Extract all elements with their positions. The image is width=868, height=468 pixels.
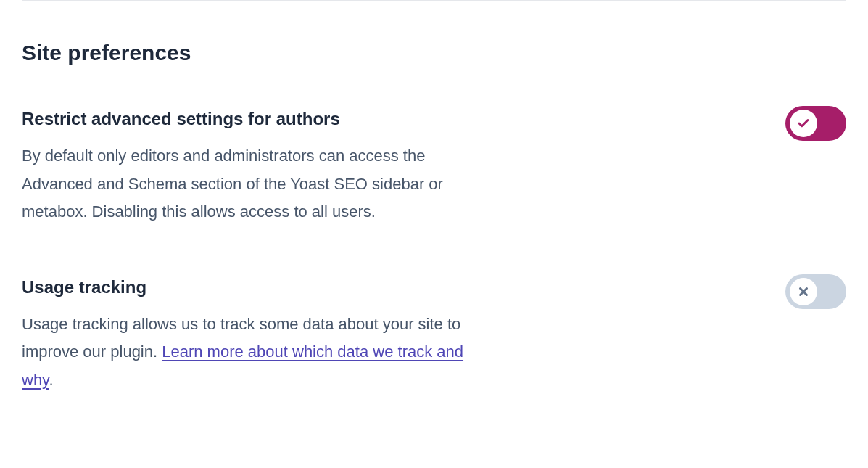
setting-restrict-advanced: Restrict advanced settings for authors B…	[22, 109, 846, 226]
section-divider	[22, 0, 846, 1]
description-suffix: .	[49, 371, 54, 389]
setting-usage-tracking: Usage tracking Usage tracking allows us …	[22, 277, 846, 395]
toggle-restrict-advanced[interactable]	[785, 106, 846, 141]
setting-title: Usage tracking	[22, 277, 479, 297]
setting-title: Restrict advanced settings for authors	[22, 109, 479, 129]
toggle-knob	[790, 110, 817, 137]
toggle-usage-tracking[interactable]	[785, 274, 846, 309]
toggle-knob	[790, 278, 817, 305]
x-icon	[797, 285, 810, 298]
check-icon	[797, 117, 810, 130]
setting-description: By default only editors and administrato…	[22, 142, 479, 226]
page-title: Site preferences	[22, 41, 846, 65]
setting-description: Usage tracking allows us to track some d…	[22, 311, 479, 395]
